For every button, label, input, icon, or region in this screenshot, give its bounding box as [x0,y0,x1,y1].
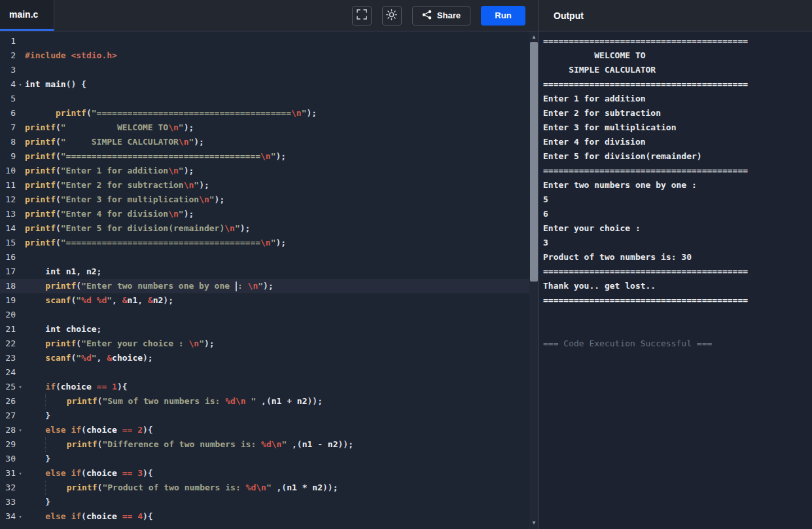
code-line-22[interactable]: 22 printf("Enter your choice : \n"); [0,337,538,351]
fold-spacer [16,351,25,365]
code-line-3[interactable]: 3 [0,63,538,77]
code-line-27[interactable]: 27 } [0,409,538,423]
code-line-11[interactable]: 11printf("Enter 2 for subtraction\n"); [0,178,538,192]
code-line-16[interactable]: 16 [0,250,538,264]
line-number: 34 [0,509,16,524]
code-line-23[interactable]: 23 scanf("%d", &choice); [0,351,538,365]
code-line-15[interactable]: 15printf("==============================… [0,236,538,250]
fullscreen-icon [357,9,367,22]
run-button[interactable]: Run [481,6,525,26]
editor-scrollbar[interactable]: ▲ ▼ [529,31,538,529]
code-line-24[interactable]: 24 [0,365,538,380]
fold-arrow-icon[interactable]: ▾ [16,509,25,524]
output-line [543,322,812,337]
code-line-6[interactable]: 6 printf("==============================… [0,106,538,120]
fold-spacer [16,322,25,337]
scrollbar-thumb[interactable] [530,42,538,282]
code-line-9[interactable]: 9printf("===============================… [0,149,538,164]
line-number: 30 [0,452,16,466]
fold-spacer [16,264,25,279]
tab-main-c[interactable]: main.c [0,0,54,31]
code-line-19[interactable]: 19 scanf("%d %d", &n1, &n2); [0,293,538,308]
line-number: 14 [0,221,16,236]
code-line-10[interactable]: 10printf("Enter 1 for addition\n"); [0,164,538,178]
code-editor[interactable]: 12#include <stdio.h>34▾int main() {56 pr… [0,31,538,529]
code-line-28[interactable]: 28▾ else if(choice == 2){ [0,423,538,437]
scroll-up-arrow[interactable]: ▲ [529,33,538,42]
code-line-30[interactable]: 30 } [0,452,538,466]
online-c-compiler: main.c [0,0,812,529]
code-line-8[interactable]: 8printf(" SIMPLE CALCULATOR\n"); [0,135,538,149]
fullscreen-button[interactable] [352,6,372,26]
code-line-18[interactable]: 18 printf("Enter two numbers one by one … [0,279,538,293]
code-content: else if(choice == 3){ [25,466,153,481]
code-line-12[interactable]: 12printf("Enter 3 for multiplication\n")… [0,192,538,207]
output-console[interactable]: ========================================… [539,31,812,529]
code-content: printf("================================… [25,236,286,250]
code-content: printf("Sum of two numbers is: %d\n " ,(… [25,394,323,409]
code-line-25[interactable]: 25▾ if(choice == 1){ [0,380,538,394]
code-content: printf("Enter 5 for division(remainder)\… [25,221,250,236]
share-button[interactable]: Share [412,6,470,26]
code-content: } [25,495,50,509]
theme-toggle-button[interactable] [382,6,402,26]
code-line-1[interactable]: 1 [0,34,538,48]
code-line-4[interactable]: 4▾int main() { [0,77,538,92]
line-number: 21 [0,322,16,337]
code-content: scanf("%d %d", &n1, &n2); [25,293,173,308]
code-line-5[interactable]: 5 [0,92,538,106]
scroll-down-arrow[interactable]: ▼ [529,519,538,528]
output-line: Enter 5 for division(remainder) [543,149,812,164]
share-icon [422,10,432,22]
fold-spacer [16,135,25,149]
line-number: 15 [0,236,16,250]
editor-panel: main.c [0,0,538,529]
code-line-17[interactable]: 17 int n1, n2; [0,264,538,279]
code-content: #include <stdio.h> [25,48,117,63]
fold-spacer [16,437,25,452]
output-line: 5 [543,192,812,207]
code-line-31[interactable]: 31▾ else if(choice == 3){ [0,466,538,481]
line-number: 26 [0,394,16,409]
fold-spacer [16,192,25,207]
code-line-2[interactable]: 2#include <stdio.h> [0,48,538,63]
code-line-7[interactable]: 7printf(" WELCOME TO\n"); [0,120,538,135]
line-number: 31 [0,466,16,481]
fold-arrow-icon[interactable]: ▾ [16,466,25,481]
fold-spacer [16,106,25,120]
code-line-20[interactable]: 20 [0,308,538,322]
fold-spacer [16,164,25,178]
line-number: 19 [0,293,16,308]
code-line-26[interactable]: 26 printf("Sum of two numbers is: %d\n "… [0,394,538,409]
fold-spacer [16,308,25,322]
fold-spacer [16,149,25,164]
code-line-32[interactable]: 32 printf("Product of two numbers is: %d… [0,481,538,495]
code-line-33[interactable]: 33 } [0,495,538,509]
code-line-34[interactable]: 34▾ else if(choice == 4){ [0,509,538,524]
output-line: ======================================== [543,264,812,279]
code-content: printf("Enter 2 for subtraction\n"); [25,178,209,192]
code-line-21[interactable]: 21 int choice; [0,322,538,337]
code-line-29[interactable]: 29 printf("Difference of two numbers is:… [0,437,538,452]
code-line-13[interactable]: 13printf("Enter 4 for division\n"); [0,207,538,221]
line-number: 7 [0,120,16,135]
fold-spacer [16,394,25,409]
code-content: int main() { [25,77,86,92]
line-number: 16 [0,250,16,264]
fold-spacer [16,481,25,495]
fold-arrow-icon[interactable]: ▾ [16,423,25,437]
output-line: Enter 1 for addition [543,92,812,106]
output-line: ======================================== [543,293,812,308]
toolbar: Share Run [54,0,538,31]
code-content: else if(choice == 2){ [25,423,153,437]
fold-spacer [16,495,25,509]
line-number: 5 [0,92,16,106]
line-number: 33 [0,495,16,509]
line-number: 28 [0,423,16,437]
fold-spacer [16,409,25,423]
fold-arrow-icon[interactable]: ▾ [16,380,25,394]
fold-spacer [16,48,25,63]
fold-arrow-icon[interactable]: ▾ [16,77,25,92]
output-line: ======================================== [543,34,812,48]
code-line-14[interactable]: 14printf("Enter 5 for division(remainder… [0,221,538,236]
